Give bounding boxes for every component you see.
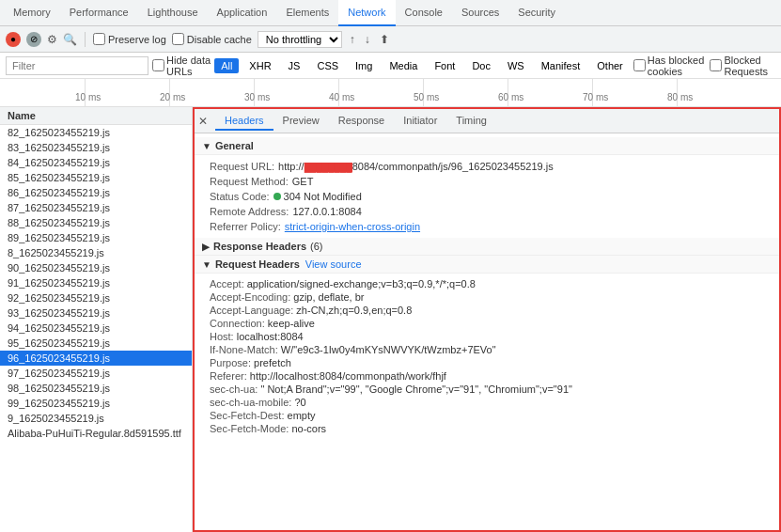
tab-headers[interactable]: Headers — [215, 112, 273, 131]
remote-address-label: Remote Address: — [210, 206, 289, 217]
status-code-value: 304 Not Modified — [284, 191, 362, 202]
file-item-1[interactable]: 83_1625023455219.js — [0, 140, 192, 155]
file-item-7[interactable]: 89_1625023455219.js — [0, 230, 192, 245]
detail-content: ▼ General Request URL: http://████████80… — [195, 133, 779, 443]
file-item-17[interactable]: 98_1625023455219.js — [0, 381, 192, 396]
general-section-header[interactable]: ▼ General — [195, 137, 779, 155]
type-js[interactable]: JS — [282, 58, 307, 73]
blocked-requests-label[interactable]: Blocked Requests — [710, 55, 775, 77]
file-item-3[interactable]: 85_1625023455219.js — [0, 170, 192, 185]
hide-data-urls-label[interactable]: Hide data URLs — [152, 55, 211, 77]
tab-security[interactable]: Security — [508, 0, 565, 26]
type-all[interactable]: All — [214, 58, 239, 73]
tab-timing[interactable]: Timing — [446, 112, 496, 131]
has-blocked-cookies-checkbox[interactable] — [633, 59, 646, 71]
filter-button[interactable]: ⚙ — [47, 33, 57, 46]
file-item-15[interactable]: 96_1625023455219.js — [0, 351, 192, 366]
file-item-9[interactable]: 90_1625023455219.js — [0, 260, 192, 275]
file-item-8[interactable]: 8_1625023455219.js — [0, 245, 192, 260]
request-headers-arrow-icon: ▼ — [202, 259, 211, 270]
req-header-sec-ch-ua: sec-ch-ua: " Not;A Brand";v="99", "Googl… — [210, 383, 764, 396]
request-method-row: Request Method: GET — [210, 174, 764, 189]
blocked-requests-checkbox[interactable] — [710, 59, 722, 71]
type-manifest[interactable]: Manifest — [535, 58, 587, 73]
tab-memory[interactable]: Memory — [4, 0, 60, 26]
request-method-value: GET — [292, 176, 314, 187]
tab-network[interactable]: Network — [338, 0, 395, 26]
type-other[interactable]: Other — [590, 58, 630, 73]
referrer-policy-row: Referrer Policy: strict-origin-when-cros… — [210, 219, 764, 234]
download-icon[interactable]: ↓ — [363, 33, 372, 46]
timeline-label-6: 60 ms — [498, 92, 523, 102]
throttling-select[interactable]: No throttling — [258, 31, 342, 48]
url-suffix: 8084/commonpath/js/96_1625023455219.js — [352, 161, 554, 172]
file-item-13[interactable]: 94_1625023455219.js — [0, 321, 192, 336]
type-css[interactable]: CSS — [310, 58, 345, 73]
blocked-requests-text: Blocked Requests — [724, 55, 775, 77]
type-img[interactable]: Img — [349, 58, 379, 73]
general-section-body: Request URL: http://████████8084/commonp… — [195, 155, 779, 238]
response-headers-section[interactable]: ▶ Response Headers (6) — [195, 238, 779, 256]
stop-button[interactable]: ⊘ — [26, 32, 41, 47]
type-font[interactable]: Font — [428, 58, 461, 73]
tab-preview[interactable]: Preview — [273, 112, 329, 131]
view-source-link[interactable]: View source — [305, 258, 362, 270]
file-item-6[interactable]: 88_1625023455219.js — [0, 215, 192, 230]
referrer-policy-value[interactable]: strict-origin-when-cross-origin — [285, 221, 420, 232]
timeline-label-1: 10 ms — [75, 92, 101, 102]
tab-initiator[interactable]: Initiator — [394, 112, 446, 131]
detail-close-button[interactable]: ✕ — [198, 115, 208, 128]
preserve-log-label[interactable]: Preserve log — [93, 33, 166, 45]
tab-sources[interactable]: Sources — [452, 0, 508, 26]
tab-application[interactable]: Application — [208, 0, 277, 26]
req-header-accept: Accept: application/signed-exchange;v=b3… — [210, 277, 764, 290]
search-button[interactable]: 🔍 — [63, 33, 77, 46]
disable-cache-label[interactable]: Disable cache — [172, 33, 252, 45]
hide-data-urls-checkbox[interactable] — [152, 59, 164, 71]
file-item-4[interactable]: 86_1625023455219.js — [0, 185, 192, 200]
file-item-12[interactable]: 93_1625023455219.js — [0, 305, 192, 321]
file-item-18[interactable]: 99_1625023455219.js — [0, 396, 192, 411]
disable-cache-checkbox[interactable] — [172, 33, 184, 45]
type-media[interactable]: Media — [383, 58, 424, 73]
response-headers-title: Response Headers — [213, 241, 306, 252]
type-doc[interactable]: Doc — [465, 58, 497, 73]
main-area: Name 82_1625023455219.js 83_162502345521… — [0, 107, 781, 532]
type-ws[interactable]: WS — [501, 58, 531, 73]
timeline-label-8: 80 ms — [667, 92, 693, 102]
request-url-label: Request URL: — [210, 161, 274, 172]
record-button[interactable]: ● — [6, 32, 21, 47]
req-header-referer: Referer: http://localhost:8084/commonpat… — [210, 369, 764, 383]
req-header-host: Host: localhost:8084 — [210, 330, 764, 343]
tab-performance[interactable]: Performance — [60, 0, 138, 26]
tab-lighthouse[interactable]: Lighthouse — [138, 0, 208, 26]
file-item-0[interactable]: 82_1625023455219.js — [0, 125, 192, 140]
file-item-14[interactable]: 95_1625023455219.js — [0, 336, 192, 351]
preserve-log-checkbox[interactable] — [93, 33, 105, 45]
file-item-16[interactable]: 97_1625023455219.js — [0, 366, 192, 381]
status-code-row: Status Code: 304 Not Modified — [210, 189, 764, 204]
filter-input[interactable] — [6, 56, 148, 75]
detail-tab-bar: ✕ Headers Preview Response Initiator Tim… — [195, 109, 779, 133]
has-blocked-cookies-text: Has blocked cookies — [648, 55, 707, 77]
file-item-5[interactable]: 87_1625023455219.js — [0, 200, 192, 215]
general-arrow-icon: ▼ — [202, 141, 211, 151]
file-item-10[interactable]: 91_1625023455219.js — [0, 275, 192, 290]
import-icon[interactable]: ⬆ — [378, 33, 391, 46]
timeline-label-2: 20 ms — [160, 92, 185, 102]
tab-elements[interactable]: Elements — [276, 0, 338, 26]
file-item-2[interactable]: 84_1625023455219.js — [0, 155, 192, 170]
request-headers-section-header[interactable]: ▼ Request Headers View source — [195, 256, 779, 274]
file-item-19[interactable]: 9_1625023455219.js — [0, 411, 192, 426]
detail-panel: ✕ Headers Preview Response Initiator Tim… — [193, 107, 781, 532]
divider-1 — [85, 32, 86, 47]
upload-icon[interactable]: ↑ — [348, 33, 357, 46]
file-item-11[interactable]: 92_1625023455219.js — [0, 290, 192, 305]
type-xhr[interactable]: XHR — [242, 58, 277, 73]
tab-response[interactable]: Response — [329, 112, 395, 131]
file-item-20[interactable]: Alibaba-PuHuiTi-Regular.8d591595.ttf — [0, 426, 192, 441]
has-blocked-cookies-label[interactable]: Has blocked cookies — [633, 55, 707, 77]
tab-console[interactable]: Console — [396, 0, 452, 26]
request-url-value: http://████████8084/commonpath/js/96_162… — [278, 161, 554, 172]
general-title: General — [215, 140, 254, 151]
